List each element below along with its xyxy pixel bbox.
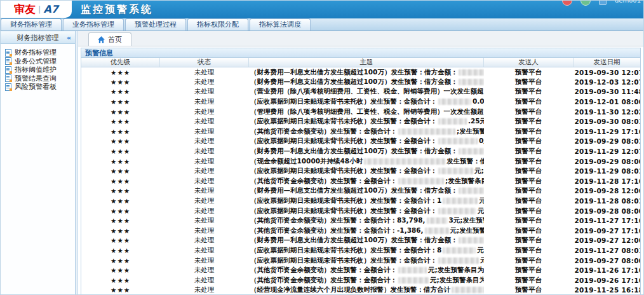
collapse-sidebar-icon[interactable]: « bbox=[67, 32, 71, 45]
table-row[interactable]: ★★★未处理（其他货币资金余额变动）发生预警：金额合计：;发生预警条目为13条。… bbox=[81, 127, 640, 137]
column-header[interactable]: 发送人 bbox=[484, 58, 574, 67]
subject-cell[interactable]: （应收票据到期日未贴现未背书未托收）发生预警：金额合计：1元;发生预警条目为11… bbox=[249, 196, 484, 206]
priority-stars: ★★★ bbox=[81, 67, 159, 78]
status-label: 未处理 bbox=[159, 97, 249, 107]
redacted-amount bbox=[459, 148, 483, 154]
tab-4[interactable]: 指标权限分配 bbox=[187, 18, 248, 31]
subject-cell[interactable]: （现金余额超过10000并持续48小时发生预警：借方余额4元;发生预警条目为1条… bbox=[249, 156, 484, 167]
subject-cell[interactable]: （其他货币资金余额变动）发生预警：金额合计：-1,386,元;发生预警条目为5条… bbox=[249, 226, 484, 236]
column-header[interactable]: 主题 bbox=[249, 58, 484, 67]
table-row[interactable]: ★★★未处理（财务费用—利息支出借方发生额超过100万）发生预警：借方金额：元;… bbox=[81, 67, 640, 78]
redacted-amount bbox=[398, 128, 455, 135]
priority-stars: ★★★ bbox=[81, 196, 159, 206]
message-green-circle-icon[interactable] bbox=[580, 0, 591, 6]
table-row[interactable]: ★★★未处理（其他货币资金余额变动）发生预警：金额合计：元;发生预警条目为10条… bbox=[81, 275, 640, 285]
table-row[interactable]: ★★★未处理（应收票据到期日未贴现未背书未托收）发生预警：金额合计：1元;发生预… bbox=[81, 196, 640, 206]
send-date: 2019-09-28 08:00:57 bbox=[573, 206, 640, 216]
app-window: 审友 | A7 监控预警系统 demo01 财务指标管理业务指标管理预警处理过程… bbox=[0, 0, 644, 295]
subject-cell[interactable]: （财务费用—利息支出借方发生额超过100万）发生预警：借方金额：元;发生预警条目… bbox=[249, 236, 484, 246]
priority-stars: ★★★ bbox=[81, 206, 159, 216]
table-row[interactable]: ★★★未处理（财务费用—利息支出借方发生额超过100万）发生预警：借方金额：3元… bbox=[81, 146, 640, 156]
subject-cell[interactable]: （应收票据到期日未贴现未背书未托收）发生预警：金额合计：元;发生预警条目为22条… bbox=[249, 256, 484, 266]
table-row[interactable]: ★★★未处理（应收票据到期日未贴现未背书未托收）发生预警：金额合计：元;发生预警… bbox=[81, 256, 640, 266]
subject-cell[interactable]: （财务费用—利息支出借方发生额超过100万）发生预警：借方金额：5元;发生预警条… bbox=[249, 186, 484, 196]
table-row[interactable]: ★★★未处理（其他货币资金余额变动）发生预警：金额合计：;发生预警条目为10条。… bbox=[81, 176, 640, 186]
subject-cell[interactable]: （应收票据到期日未贴现未背书未托收）发生预警：金额合计：8元;发生预警条目为3条… bbox=[249, 245, 484, 256]
send-date: 2019-11-25 16:18:42 bbox=[573, 285, 640, 295]
table-row[interactable]: ★★★未处理（其他货币资金余额变动）发生预警：金额合计：83,798,3元;发生… bbox=[81, 216, 640, 226]
sidebar-item[interactable]: 风险预警看板 bbox=[5, 83, 75, 91]
table-row[interactable]: ★★★未处理（现金余额超过10000并持续48小时发生预警：借方余额4元;发生预… bbox=[81, 156, 640, 167]
redacted-amount bbox=[438, 118, 467, 125]
send-date: 2019-11-27 08:01:01 bbox=[573, 245, 640, 256]
tab-1[interactable]: 财务指标管理 bbox=[1, 18, 62, 31]
status-label: 未处理 bbox=[159, 166, 249, 176]
subject-cell[interactable]: （应收票据到期日未贴现未背书未托收）发生预警：金额合计：0.00元;发生预警条目… bbox=[249, 97, 484, 107]
redacted-amount bbox=[452, 287, 484, 293]
send-date: 2019-11-29 08:01:00 bbox=[573, 166, 640, 176]
header-icon-group: demo01 bbox=[562, 0, 641, 6]
subject-cell[interactable]: （财务费用—利息支出借方发生额超过100万）发生预警：借方金额：3元;发生预警条… bbox=[249, 146, 484, 156]
subject-cell[interactable]: （管理费用（除八项考核明细费用、工资性、税金、附销等费用）一次发生额超10万预警… bbox=[249, 107, 484, 117]
priority-stars: ★★★ bbox=[81, 116, 159, 127]
priority-stars: ★★★ bbox=[81, 265, 159, 275]
table-row[interactable]: ★★★未处理（经营现金净流量连续六个月出现负数时报警）发生预警：借方合计;发生预… bbox=[81, 285, 640, 295]
table-row[interactable]: ★★★未处理（管理费用（除八项考核明细费用、工资性、税金、附销等费用）一次发生额… bbox=[81, 107, 640, 117]
sidebar-menu: 财务指标管理业务公式管理指标阈值维护预警结果查询风险预警看板 bbox=[1, 48, 75, 91]
table-row[interactable]: ★★★未处理（财务费用—利息支出借方发生额超过100万）发生预警：借方金额：元;… bbox=[81, 236, 640, 246]
subject-cell[interactable]: （财务费用—利息支出借方发生额超过100万）发生预警：借方金额：;发生预警条目为… bbox=[249, 77, 484, 87]
user-blue-square-icon[interactable] bbox=[599, 0, 607, 5]
sidebar-item[interactable]: 指标阈值维护 bbox=[5, 65, 75, 74]
sidebar-header-label: 财务指标管理 bbox=[17, 34, 59, 42]
table-row[interactable]: ★★★未处理（财务费用—利息支出借方发生额超过100万）发生预警：借方金额：;发… bbox=[81, 77, 640, 87]
redacted-amount bbox=[438, 168, 473, 174]
sidebar-item[interactable]: 财务指标管理 bbox=[5, 48, 75, 57]
subject-cell[interactable]: （其他货币资金余额变动）发生预警：金额合计：83,798,3元;发生预警条目为1… bbox=[249, 216, 484, 226]
priority-stars: ★★★ bbox=[81, 285, 159, 295]
subject-cell[interactable]: （其他货币资金余额变动）发生预警：金额合计：;发生预警条目为10条。 bbox=[249, 176, 484, 186]
breadcrumb-home-tab[interactable]: 首页 bbox=[88, 32, 131, 46]
subject-cell[interactable]: （其他货币资金余额变动）发生预警：金额合计：元;发生预警条目为5条。 bbox=[249, 265, 484, 275]
table-row[interactable]: ★★★未处理（其他货币资金余额变动）发生预警：金额合计：元;发生预警条目为5条。… bbox=[81, 265, 640, 275]
subject-cell[interactable]: （财务费用—利息支出借方发生额超过100万）发生预警：借方金额：元;发生预警条目… bbox=[249, 67, 484, 78]
table-row[interactable]: ★★★未处理（应收票据到期日未贴现未背书未托收）发生预警：金额合计：.25元;发… bbox=[81, 116, 640, 127]
alert-red-circle-icon[interactable] bbox=[562, 0, 572, 6]
sender-label: 预警平台 bbox=[484, 166, 574, 176]
sender-label: 预警平台 bbox=[484, 265, 574, 275]
sender-label: 预警平台 bbox=[484, 176, 574, 186]
send-date: 2019-11-26 17:16:38 bbox=[573, 265, 640, 275]
column-header[interactable]: 发送日期 bbox=[573, 58, 640, 67]
tab-5[interactable]: 指标算法调度 bbox=[250, 18, 311, 31]
priority-stars: ★★★ bbox=[81, 127, 159, 137]
redacted-amount bbox=[459, 237, 483, 244]
status-label: 未处理 bbox=[159, 226, 249, 236]
send-date: 2019-09-30 08:01:29 bbox=[573, 116, 640, 127]
redacted-amount bbox=[438, 257, 479, 264]
column-header[interactable]: 状态 bbox=[159, 58, 249, 67]
sidebar-item[interactable]: 预警结果查询 bbox=[5, 74, 75, 83]
table-row[interactable]: ★★★未处理（营业费用（除八项考核明细费用、工资性、税金、附销等费用）一次发生额… bbox=[81, 87, 640, 97]
subject-cell[interactable]: （应收票据到期日未贴现未背书未托收）发生预警：金额合计：元;发生预警条目为13条… bbox=[249, 206, 484, 216]
table-row[interactable]: ★★★未处理（应收票据到期日未贴现未背书未托收）发生预警：金额合计：8元;发生预… bbox=[81, 245, 640, 256]
send-date: 2019-09-29 08:01:06 bbox=[573, 137, 640, 147]
sidebar-item[interactable]: 业务公式管理 bbox=[5, 57, 75, 65]
redacted-amount bbox=[438, 208, 476, 214]
subject-cell[interactable]: （其他货币资金余额变动）发生预警：金额合计：;发生预警条目为13条。 bbox=[249, 127, 484, 137]
status-label: 未处理 bbox=[159, 107, 249, 117]
table-row[interactable]: ★★★未处理（应收票据到期日未贴现未背书未托收）发生预警：金额合计：元;发生预警… bbox=[81, 166, 640, 176]
subject-cell[interactable]: （营业费用（除八项考核明细费用、工资性、税金、附销等费用）一次发生额超10万预警… bbox=[249, 87, 484, 97]
table-row[interactable]: ★★★未处理（应收票据到期日未贴现未背书未托收）发生预警：金额合计：0元;发生预… bbox=[81, 137, 640, 147]
subject-cell[interactable]: （应收票据到期日未贴现未背书未托收）发生预警：金额合计：0元;发生预警条目为21… bbox=[249, 137, 484, 147]
column-header[interactable]: 优先级 bbox=[81, 58, 159, 67]
subject-cell[interactable]: （应收票据到期日未贴现未背书未托收）发生预警：金额合计：.25元;发生预警条目为… bbox=[249, 116, 484, 127]
subject-cell[interactable]: （应收票据到期日未贴现未背书未托收）发生预警：金额合计：元;发生预警条目为21条… bbox=[249, 166, 484, 176]
sender-label: 预警平台 bbox=[484, 186, 574, 196]
table-row[interactable]: ★★★未处理（应收票据到期日未贴现未背书未托收）发生预警：金额合计：0.00元;… bbox=[81, 97, 640, 107]
tab-3[interactable]: 预警处理过程 bbox=[125, 18, 186, 31]
subject-cell[interactable]: （经营现金净流量连续六个月出现负数时报警）发生预警：借方合计;发生预警条目为6条… bbox=[249, 285, 484, 295]
subject-cell[interactable]: （其他货币资金余额变动）发生预警：金额合计：元;发生预警条目为10条。 bbox=[249, 275, 484, 285]
tab-2[interactable]: 业务指标管理 bbox=[63, 18, 124, 31]
table-row[interactable]: ★★★未处理（财务费用—利息支出借方发生额超过100万）发生预警：借方金额：5元… bbox=[81, 186, 640, 196]
table-row[interactable]: ★★★未处理（应收票据到期日未贴现未背书未托收）发生预警：金额合计：元;发生预警… bbox=[81, 206, 640, 216]
table-row[interactable]: ★★★未处理（其他货币资金余额变动）发生预警：金额合计：-1,386,元;发生预… bbox=[81, 226, 640, 236]
